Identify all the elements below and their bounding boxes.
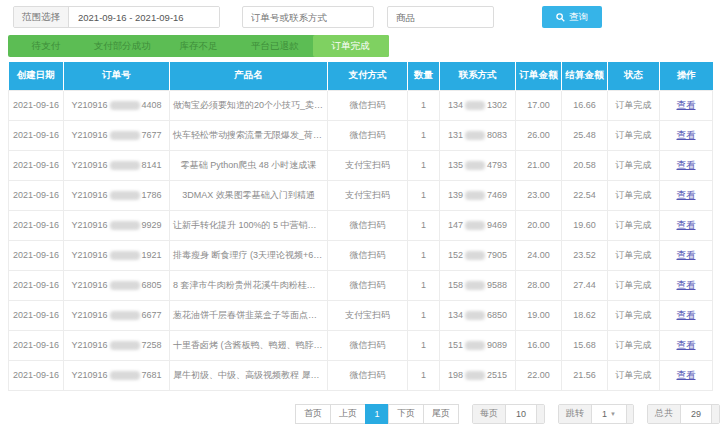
cell-contact: 1589588: [440, 270, 516, 300]
tab-item[interactable]: 支付部分成功: [84, 35, 160, 57]
cell-status: 订单完成: [608, 300, 660, 330]
cell-quantity: 1: [408, 240, 440, 270]
page-button[interactable]: 下页: [388, 404, 424, 424]
view-link[interactable]: 查看: [677, 99, 696, 110]
cell-contact: 1397469: [440, 180, 516, 210]
table-row: 2021-09-16Y2109161921排毒瘦身 断食理疗 (3天理论视频+6…: [9, 240, 713, 270]
total-label: 总共: [648, 405, 680, 423]
redacted-text: [465, 101, 485, 110]
orders-table-body: 2021-09-16Y2109164408做淘宝必须要知道的20个小技巧_卖家运…: [9, 90, 713, 390]
view-link[interactable]: 查看: [677, 249, 696, 260]
cell-contact: 1346850: [440, 300, 516, 330]
table-header-cell: 订单号: [64, 62, 170, 90]
view-link[interactable]: 查看: [677, 279, 696, 290]
view-link[interactable]: 查看: [677, 309, 696, 320]
cell-order-amount: 21.00: [516, 150, 562, 180]
redacted-text: [110, 371, 140, 380]
cell-order-amount: 22.00: [516, 360, 562, 390]
redacted-text: [465, 221, 485, 230]
cell-payment-method: 微信扫码: [328, 210, 408, 240]
table-row: 2021-09-16Y2109168141零基础 Python爬虫 48 小时速…: [9, 150, 713, 180]
redacted-text: [110, 221, 140, 230]
page-button[interactable]: 上页: [330, 404, 366, 424]
order-suffix: 1786: [142, 190, 162, 200]
tab-active[interactable]: 订单完成: [313, 35, 389, 57]
cell-action: 查看: [660, 210, 713, 240]
view-link[interactable]: 查看: [677, 219, 696, 230]
page-button[interactable]: 首页: [295, 404, 331, 424]
cell-order-amount: 19.00: [516, 300, 562, 330]
cell-payment-method: 微信扫码: [328, 360, 408, 390]
per-page-unit: 笔: [537, 405, 545, 423]
tab-item[interactable]: 平台已退款: [237, 35, 313, 57]
cell-order-amount: 24.00: [516, 240, 562, 270]
phone-suffix: 1302: [487, 100, 507, 110]
redacted-text: [465, 131, 485, 140]
total-group: 总共 29 笔: [647, 404, 720, 424]
cell-product-name: 零基础 Python爬虫 48 小时速成课: [170, 150, 328, 180]
view-link[interactable]: 查看: [677, 189, 696, 200]
per-page-value[interactable]: 10: [505, 405, 537, 423]
order-prefix: Y210916: [71, 100, 107, 110]
per-page-label: 每页: [473, 405, 505, 423]
cell-contact: 1982515: [440, 360, 516, 390]
table-row: 2021-09-16Y2109166677葱花油饼千层春饼韭菜盒子等面点技术支付…: [9, 300, 713, 330]
cell-product-name: 8 套津市牛肉粉贵州花溪牛肉粉桂林牛肉粉小吃配方: [170, 270, 328, 300]
cell-quantity: 1: [408, 180, 440, 210]
phone-prefix: 134: [448, 100, 463, 110]
tab-item[interactable]: 待支付: [8, 35, 84, 57]
table-header-cell: 联系方式: [440, 62, 516, 90]
table-row: 2021-09-16Y21091617863DMAX 效果图零基础入门到精通支付…: [9, 180, 713, 210]
cell-status: 订单完成: [608, 120, 660, 150]
cell-order-number: Y2109169929: [64, 210, 170, 240]
cell-settle-amount: 19.60: [562, 210, 608, 240]
search-button[interactable]: 查询: [542, 6, 602, 28]
range-select-label[interactable]: 范围选择: [14, 7, 69, 27]
cell-order-amount: 16.00: [516, 330, 562, 360]
cell-product-name: 让新手转化提升 100%的 5 中营销方法: [170, 210, 328, 240]
cell-quantity: 1: [408, 330, 440, 360]
cell-payment-method: 支付宝扫码: [328, 150, 408, 180]
cell-status: 订单完成: [608, 240, 660, 270]
order-prefix: Y210916: [71, 160, 107, 170]
redacted-text: [110, 311, 140, 320]
order-prefix: Y210916: [71, 340, 107, 350]
page-button-current[interactable]: 1: [365, 404, 389, 424]
phone-suffix: 7905: [487, 250, 507, 260]
table-row: 2021-09-16Y21091668058 套津市牛肉粉贵州花溪牛肉粉桂林牛肉…: [9, 270, 713, 300]
date-range-group: 范围选择: [13, 6, 220, 28]
jump-page-value: 1: [602, 409, 607, 419]
view-link[interactable]: 查看: [677, 129, 696, 140]
phone-prefix: 139: [448, 190, 463, 200]
cell-quantity: 1: [408, 270, 440, 300]
cell-order-number: Y2109161921: [64, 240, 170, 270]
phone-prefix: 131: [448, 130, 463, 140]
view-link[interactable]: 查看: [677, 339, 696, 350]
cell-status: 订单完成: [608, 330, 660, 360]
chevron-down-icon: ▼: [610, 411, 616, 417]
table-row: 2021-09-16Y2109164408做淘宝必须要知道的20个小技巧_卖家运…: [9, 90, 713, 120]
cell-payment-method: 微信扫码: [328, 90, 408, 120]
table-header-cell: 状态: [608, 62, 660, 90]
cell-status: 订单完成: [608, 360, 660, 390]
filter-bar: 范围选择 查询: [13, 6, 720, 28]
redacted-text: [110, 191, 140, 200]
cell-action: 查看: [660, 180, 713, 210]
cell-quantity: 1: [408, 90, 440, 120]
cell-product-name: 十里香卤烤 (含酱板鸭、鸭翅、鸭脖) 小吃技术配方: [170, 330, 328, 360]
phone-prefix: 147: [448, 220, 463, 230]
date-range-input[interactable]: [69, 7, 219, 27]
cell-payment-method: 微信扫码: [328, 270, 408, 300]
order-search-input[interactable]: [242, 6, 374, 28]
page-button[interactable]: 尾页: [423, 404, 459, 424]
total-value: 29: [680, 405, 712, 423]
order-suffix: 7677: [142, 130, 162, 140]
product-search-input[interactable]: [387, 6, 494, 28]
phone-prefix: 151: [448, 340, 463, 350]
tab-item[interactable]: 库存不足: [160, 35, 236, 57]
view-link[interactable]: 查看: [677, 369, 696, 380]
view-link[interactable]: 查看: [677, 159, 696, 170]
cell-order-amount: 17.00: [516, 90, 562, 120]
jump-page-select[interactable]: 1 ▼: [591, 405, 627, 423]
orders-table: 创建日期订单号产品名支付方式数量联系方式订单金额结算金额状态操作 2021-09…: [8, 62, 713, 391]
